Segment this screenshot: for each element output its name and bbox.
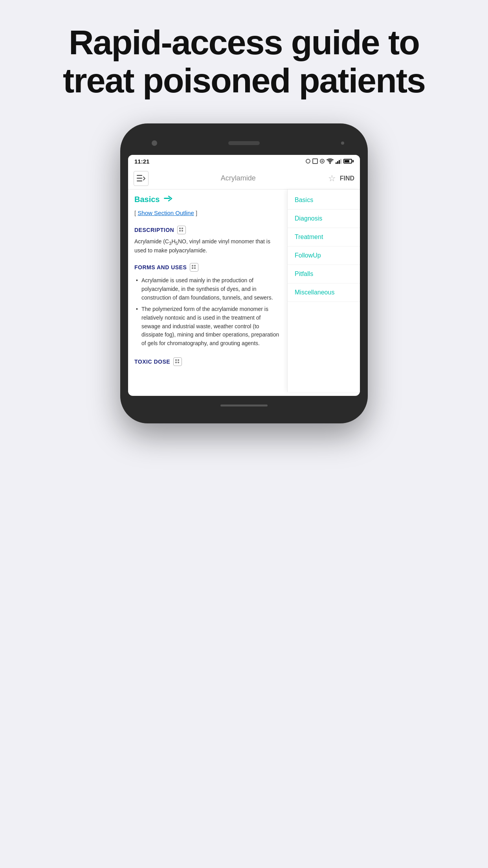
earpiece-icon: [341, 142, 344, 145]
phone-bottom: [128, 400, 360, 412]
speaker-icon: [228, 141, 260, 145]
home-indicator: [220, 405, 268, 406]
svg-rect-0: [137, 175, 142, 176]
list-item: The polymerized form of the acrylamide m…: [134, 303, 281, 349]
description-toggle-icon[interactable]: [177, 226, 186, 234]
svg-rect-4: [179, 228, 181, 229]
wifi-icon: [327, 158, 334, 164]
svg-rect-13: [178, 359, 179, 361]
nav-miscellaneous[interactable]: Miscellaneous: [288, 283, 360, 302]
nav-treatment[interactable]: Treatment: [288, 228, 360, 246]
forms-uses-label: FORMS AND USES: [134, 264, 187, 270]
section-arrow-icon: [164, 195, 172, 204]
nav-menu-icon[interactable]: [134, 171, 149, 186]
basics-section-header: Basics: [134, 189, 281, 208]
svg-rect-10: [192, 267, 193, 269]
svg-rect-11: [194, 267, 196, 269]
lines-arrow-icon: [137, 175, 145, 182]
phone-shell: 11:21: [120, 123, 368, 423]
hero-title: Rapid-access guide to treat poisoned pat…: [0, 0, 488, 116]
svg-rect-15: [178, 362, 179, 363]
rotate-icon: [320, 159, 325, 164]
status-time: 11:21: [134, 158, 149, 165]
grid-toggle-icon: [179, 227, 184, 233]
signal-bars: [336, 158, 341, 164]
nav-diagnosis[interactable]: Diagnosis: [288, 210, 360, 228]
nav-pitfalls[interactable]: Pitfalls: [288, 265, 360, 283]
article-content: Basics [ Show Section Outline ]: [128, 189, 287, 369]
svg-rect-8: [192, 265, 193, 267]
svg-rect-14: [175, 362, 177, 363]
app-navbar: Acrylamide ☆ FIND: [128, 168, 360, 189]
svg-rect-2: [137, 180, 142, 182]
nav-basics[interactable]: Basics: [288, 189, 360, 210]
grid-toggle-icon-2: [191, 265, 197, 270]
svg-rect-7: [182, 230, 183, 232]
toxic-dose-heading: TOXIC DOSE: [134, 353, 281, 369]
toxic-dose-toggle-icon[interactable]: [173, 357, 182, 366]
grid-toggle-icon-3: [175, 359, 180, 364]
svg-rect-12: [175, 359, 177, 361]
forms-uses-list: Acrylamide is used mainly in the product…: [134, 275, 281, 349]
phone-mockup: 11:21: [120, 123, 368, 423]
description-label: DESCRIPTION: [134, 227, 174, 233]
battery-icon: [343, 159, 354, 164]
content-area: Basics Diagnosis Treatment FollowUp Pitf…: [128, 189, 360, 392]
svg-rect-3: [164, 198, 170, 199]
phone-top-bar: [128, 135, 360, 151]
nav-find-button[interactable]: FIND: [340, 175, 354, 182]
svg-rect-5: [182, 228, 183, 229]
forms-uses-toggle-icon[interactable]: [190, 263, 198, 272]
section-nav-overlay: Basics Diagnosis Treatment FollowUp Pitf…: [287, 189, 360, 392]
nav-followup[interactable]: FollowUp: [288, 246, 360, 265]
status-icons: [306, 158, 354, 164]
outline-link-row: [ Show Section Outline ]: [134, 208, 281, 221]
forms-uses-heading: FORMS AND USES: [134, 258, 281, 275]
location-icon: [306, 159, 310, 164]
basics-label: Basics: [134, 195, 160, 204]
toxic-dose-label: TOXIC DOSE: [134, 359, 170, 365]
sim-icon: [312, 158, 318, 164]
description-heading: DESCRIPTION: [134, 221, 281, 237]
description-body: Acrylamide (C3H5NO, vinyl amide vinyl mo…: [134, 237, 281, 259]
nav-favorite-button[interactable]: ☆: [328, 173, 336, 184]
list-item: Acrylamide is used mainly in the product…: [134, 275, 281, 303]
svg-rect-9: [194, 265, 196, 267]
camera-icon: [152, 140, 157, 146]
outline-bracket-close: ]: [194, 210, 197, 216]
svg-rect-6: [179, 230, 181, 232]
nav-article-title: Acrylamide: [152, 174, 324, 182]
svg-rect-1: [137, 178, 142, 179]
status-bar: 11:21: [128, 155, 360, 168]
show-outline-link[interactable]: Show Section Outline: [138, 210, 194, 216]
phone-screen: 11:21: [128, 155, 360, 396]
arrow-right-icon: [164, 195, 172, 202]
